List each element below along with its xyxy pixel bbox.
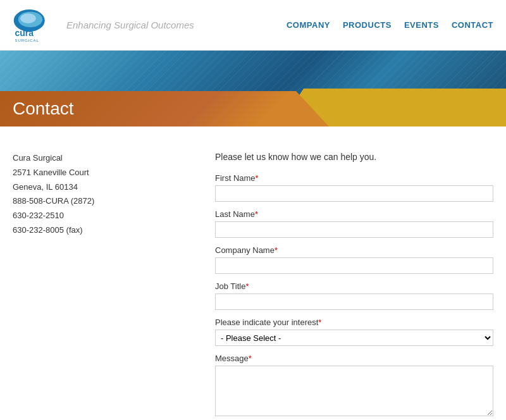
cura-logo: cura SURGICAL: [13, 8, 57, 42]
address-line6: 630-232-8005 (fax): [13, 224, 190, 237]
nav-contact[interactable]: CONTACT: [452, 20, 493, 30]
contact-form-section: Please let us know how we can help you. …: [215, 152, 493, 420]
address-block: Cura Surgical 2571 Kaneville Court Genev…: [13, 152, 190, 237]
message-group: Message*: [215, 354, 493, 418]
nav-company[interactable]: COMPANY: [287, 20, 330, 30]
company-required: *: [275, 245, 278, 255]
site-header: cura SURGICAL Enhancing Surgical Outcome…: [0, 0, 506, 51]
main-content: Cura Surgical 2571 Kaneville Court Genev…: [0, 127, 506, 420]
job-title-label: Job Title*: [215, 281, 493, 291]
message-textarea[interactable]: [215, 366, 493, 416]
address-line4: 888-508-CURA (2872): [13, 195, 190, 208]
message-required: *: [249, 354, 252, 363]
page-title: Contact: [13, 99, 316, 119]
svg-text:SURGICAL: SURGICAL: [15, 38, 39, 42]
hero-banner: Contact: [0, 51, 506, 127]
first-name-group: First Name*: [215, 173, 493, 202]
company-name-label: Company Name*: [215, 245, 493, 255]
interest-select[interactable]: - Please Select -: [215, 330, 493, 346]
nav-products[interactable]: PRODUCTS: [343, 20, 392, 30]
form-intro: Please let us know how we can help you.: [215, 152, 493, 162]
first-name-input[interactable]: [215, 185, 493, 202]
logo-area: cura SURGICAL Enhancing Surgical Outcome…: [13, 8, 194, 42]
job-title-group: Job Title*: [215, 281, 493, 310]
job-title-required: *: [245, 281, 249, 291]
company-name-input[interactable]: [215, 257, 493, 274]
first-name-required: *: [256, 173, 259, 183]
svg-point-2: [20, 13, 36, 23]
message-label: Message*: [215, 354, 493, 363]
address-line5: 630-232-2510: [13, 209, 190, 223]
company-name-group: Company Name*: [215, 245, 493, 274]
last-name-label: Last Name*: [215, 209, 493, 219]
svg-text:cura: cura: [15, 28, 34, 38]
last-name-input[interactable]: [215, 221, 493, 238]
address-section: Cura Surgical 2571 Kaneville Court Genev…: [13, 152, 190, 420]
contact-form: First Name* Last Name* Company Name* Job…: [215, 173, 493, 420]
last-name-group: Last Name*: [215, 209, 493, 238]
interest-group: Please indicate your interest* - Please …: [215, 318, 493, 346]
first-name-label: First Name*: [215, 173, 493, 183]
job-title-input[interactable]: [215, 293, 493, 310]
nav-events[interactable]: EVENTS: [404, 20, 439, 30]
address-line3: Geneva, IL 60134: [13, 181, 190, 194]
last-name-required: *: [255, 209, 258, 219]
interest-label: Please indicate your interest*: [215, 318, 493, 327]
main-nav: COMPANY PRODUCTS EVENTS CONTACT: [287, 20, 493, 30]
hero-title-bar: Contact: [0, 91, 329, 127]
tagline: Enhancing Surgical Outcomes: [66, 20, 194, 30]
address-line2: 2571 Kaneville Court: [13, 166, 190, 180]
interest-required: *: [318, 318, 321, 327]
address-line1: Cura Surgical: [13, 152, 190, 165]
